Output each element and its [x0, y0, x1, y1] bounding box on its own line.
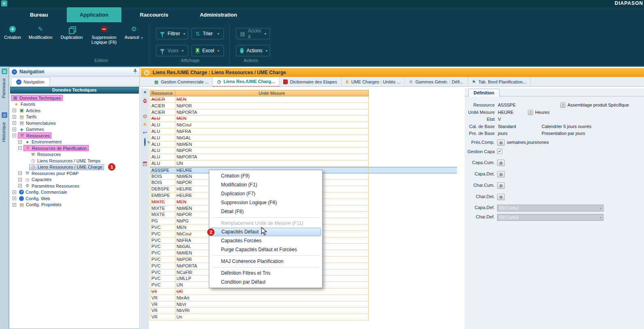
- tree-item[interactable]: +⚒Ressources pour PDAP: [9, 170, 140, 177]
- acces-a-button[interactable]: ▤ Accès à ▼: [236, 28, 270, 39]
- capa-cum-button[interactable]: ▦: [497, 160, 505, 166]
- table-row[interactable]: ALUNbPOR: [150, 147, 369, 154]
- table-row[interactable]: VRNbrArt: [150, 295, 369, 301]
- tab-navigation[interactable]: Navigation: [11, 77, 50, 86]
- column-header-unite-mesure[interactable]: Unité Mesure: [175, 90, 368, 96]
- tree-item[interactable]: ◷Liens Ressources / UME Temps: [9, 158, 140, 164]
- collapse-icon[interactable]: −: [18, 146, 22, 150]
- table-row[interactable]: ALUNbFRA: [150, 128, 369, 135]
- actions-button[interactable]: → Actions ▼: [236, 45, 270, 56]
- expand-icon[interactable]: +: [18, 171, 22, 175]
- tree-item[interactable]: +?Config. Commerciale: [9, 189, 140, 196]
- modification-button[interactable]: ✎ Modification: [25, 26, 56, 40]
- expand-icon[interactable]: +: [13, 190, 16, 194]
- trier-button[interactable]: ⇅ Trier ▼: [191, 28, 224, 39]
- tree-item[interactable]: ★Favoris: [9, 101, 140, 108]
- undo-arrow-icon[interactable]: ↩: [141, 130, 149, 135]
- menu-item[interactable]: Création (F9): [210, 171, 321, 180]
- column-header-ressource[interactable]: Ressource: [150, 90, 175, 96]
- tree-item[interactable]: +▣Articles: [9, 107, 140, 114]
- dock-tab-panneaux[interactable]: Panneaux: [1, 78, 6, 98]
- menu-item[interactable]: MAJ Cohérence Planification: [210, 257, 321, 266]
- expand-icon[interactable]: +: [18, 178, 22, 182]
- help-button[interactable]: ?: [560, 103, 565, 108]
- table-row[interactable]: VRUn: [150, 314, 369, 320]
- char-det-button[interactable]: ▦: [497, 194, 505, 200]
- table-row[interactable]: U1UC: [150, 288, 369, 295]
- expand-icon[interactable]: +: [13, 121, 16, 125]
- grid-button[interactable]: ▦: [497, 139, 505, 146]
- document-tab[interactable]: ⚙Gammes Génér. : Défi...: [405, 77, 468, 87]
- menu-item[interactable]: Modification (F1): [210, 180, 321, 189]
- expand-icon[interactable]: +: [13, 197, 16, 200]
- table-row[interactable]: ACIERNbPOR: [150, 103, 369, 109]
- table-row[interactable]: ALUNbGAL: [150, 135, 369, 141]
- tree-item[interactable]: ◷Liens Ressources / UME Charge1: [9, 164, 140, 171]
- table-row[interactable]: ACIERNbPORTA: [150, 109, 369, 116]
- char-def-dropdown[interactable]: [0] Cumul: [497, 214, 604, 221]
- tree-item[interactable]: +▤Tarifs: [9, 114, 140, 120]
- app-tab-administration[interactable]: Administration: [187, 7, 250, 22]
- tree-item[interactable]: +◈Gammes: [9, 126, 140, 133]
- menu-item[interactable]: Duplication (F7): [210, 189, 321, 198]
- gestion-capa-checkbox[interactable]: ✔: [497, 149, 502, 154]
- app-tab-application[interactable]: Application: [67, 7, 121, 22]
- expand-icon[interactable]: +: [13, 128, 16, 131]
- table-row[interactable]: ALUNbCoul: [150, 122, 369, 128]
- tree-item[interactable]: +●Environnement: [9, 139, 140, 145]
- app-tab-bureau[interactable]: Bureau: [17, 7, 61, 22]
- table-row[interactable]: ALUMEN: [150, 115, 369, 122]
- expand-icon[interactable]: +: [13, 115, 16, 119]
- tree-item[interactable]: +▤Config. Propriétés: [9, 202, 140, 208]
- help-button[interactable]: ?: [528, 110, 533, 115]
- expand-icon[interactable]: +: [13, 109, 16, 112]
- tree-item[interactable]: +⚙Paramètres Ressources: [9, 183, 140, 189]
- table-row[interactable]: ACIERMEN: [150, 96, 369, 103]
- document-tab[interactable]: Dictionnaire des Etapes: [279, 77, 342, 87]
- favorite-star-icon[interactable]: ★: [141, 122, 149, 127]
- tab-definition[interactable]: Définition: [468, 89, 499, 97]
- avance-button[interactable]: ⚙ Avancé ▼: [121, 26, 147, 40]
- tree-item[interactable]: −⚒Ressources: [9, 132, 140, 139]
- menu-item[interactable]: Purge Capacités Défaut et Forcées: [210, 245, 321, 254]
- calendar-icon[interactable]: 21: [141, 160, 149, 167]
- tree-item[interactable]: +◷Capacités: [9, 177, 140, 183]
- duplication-button[interactable]: Duplication: [57, 26, 86, 40]
- table-row[interactable]: VRNbVr: [150, 301, 369, 308]
- expand-icon[interactable]: +: [13, 203, 16, 207]
- char-cum-button[interactable]: ▦: [497, 182, 505, 189]
- expand-icon[interactable]: +: [18, 184, 22, 188]
- tree-item[interactable]: +▤Nomenclatures: [9, 120, 140, 126]
- vues-button[interactable]: Vues ▼: [156, 45, 188, 56]
- creation-button[interactable]: + Création: [2, 26, 23, 40]
- excel-button[interactable]: X Excel ▼: [191, 45, 224, 56]
- gear-sparkle-icon[interactable]: ⚙: [141, 113, 149, 120]
- menu-item[interactable]: Remplacement Unité de Mesure (F11): [210, 219, 321, 228]
- delete-row-icon[interactable]: ✕: [141, 96, 149, 104]
- tree-item[interactable]: ▦Données Techniques: [9, 95, 140, 101]
- menu-item[interactable]: Suppression Logique (F6): [210, 198, 321, 207]
- chevrons-icon[interactable]: »: [141, 89, 149, 95]
- tree-item[interactable]: ⚒Ressources: [9, 152, 140, 158]
- capa-def-dropdown[interactable]: [0] Cumul: [497, 205, 604, 212]
- app-tab-raccourcis[interactable]: Raccourcis: [127, 7, 181, 22]
- suppression-logique-button[interactable]: Suppression Logique (F6): [87, 26, 121, 45]
- menu-item[interactable]: Condition par Défaut: [210, 278, 321, 286]
- document-tab[interactable]: ◷Liens Res./UME Charg...: [213, 77, 279, 87]
- capa-det-button[interactable]: ▦: [497, 171, 505, 177]
- pin-icon[interactable]: [133, 68, 137, 75]
- tree-item[interactable]: +●Config. Web: [9, 195, 140, 202]
- menu-item[interactable]: Définition Filtres et Tris: [210, 269, 321, 278]
- tree-item[interactable]: −⚙Ressources de Planification: [9, 145, 140, 152]
- table-row[interactable]: VRNbVRI: [150, 308, 369, 314]
- search-icon[interactable]: [141, 139, 149, 146]
- document-tab[interactable]: AUME Charges : Unités ...: [342, 77, 405, 87]
- table-row[interactable]: ALUNbMEN: [150, 141, 369, 148]
- filtrer-button[interactable]: Filtrer ▼: [156, 28, 188, 39]
- dock-tab-historique[interactable]: Historique: [1, 122, 6, 142]
- document-tab[interactable]: ▦Gestion Commerciale ...: [150, 77, 213, 87]
- table-row[interactable]: ALUNbPORTA: [150, 154, 369, 160]
- expand-icon[interactable]: +: [18, 140, 22, 144]
- document-tab[interactable]: ⚑Tab. Bord Planification...: [468, 77, 531, 87]
- menu-item[interactable]: Détail (F8): [210, 207, 321, 216]
